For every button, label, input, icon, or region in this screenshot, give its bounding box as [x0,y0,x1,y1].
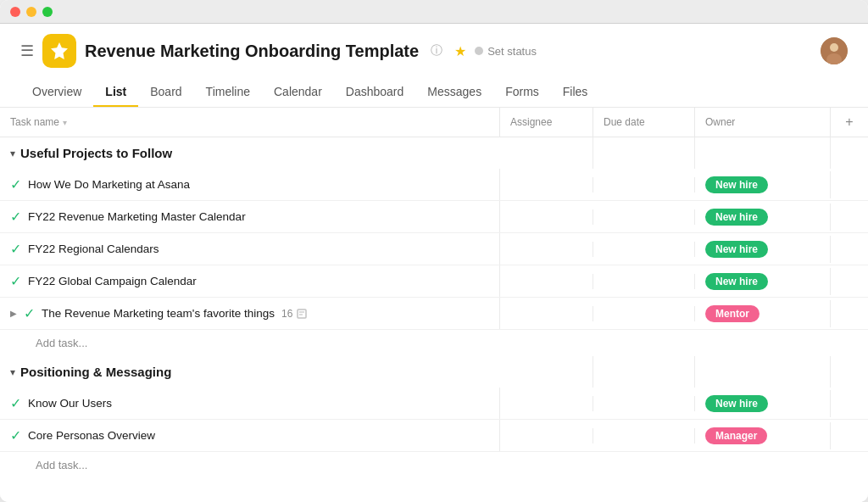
assignee-cell [500,209,593,225]
owner-cell: New hire [695,390,831,417]
empty-cell [593,356,695,388]
status-dot [475,47,483,55]
app-icon [42,34,76,68]
col-header-duedate: Due date [593,108,695,137]
add-task-button-1[interactable]: Add task... [0,330,868,356]
nav-tabs: Overview List Board Timeline Calendar Da… [20,78,848,107]
check-icon[interactable]: ✓ [10,395,21,411]
add-column-button[interactable]: + [831,108,868,137]
app-window: ☰ Revenue Marketing Onboarding Template … [0,0,868,502]
table-row: ▶ ✓ The Revenue Marketing team's favorit… [0,298,868,330]
project-title: Revenue Marketing Onboarding Template [85,42,419,61]
owner-tag: Manager [705,427,767,444]
titlebar [0,0,868,24]
owner-cell: New hire [695,204,831,231]
tab-files[interactable]: Files [551,78,600,107]
minimize-dot[interactable] [26,7,36,17]
svg-point-1 [830,43,838,52]
maximize-dot[interactable] [42,7,53,17]
check-icon[interactable]: ✓ [10,241,21,257]
favorite-star-icon[interactable]: ★ [454,43,466,59]
col-header-task: Task name ▾ [0,108,500,137]
section-chevron-2: ▾ [10,366,15,378]
assignee-cell [500,428,593,443]
task-name-cell: ▶ ✓ The Revenue Marketing team's favorit… [0,298,500,329]
check-icon[interactable]: ✓ [10,176,21,192]
tab-dashboard[interactable]: Dashboard [334,78,416,107]
set-status-button[interactable]: Set status [475,45,537,58]
expand-subtasks-arrow[interactable]: ▶ [10,309,17,318]
empty-cell [695,356,831,388]
owner-cell: New hire [695,268,831,295]
table-row: ✓ How We Do Marketing at Asana New hire [0,169,868,201]
empty-cell [831,137,868,169]
avatar-image [821,37,848,64]
owner-cell: New hire [695,171,831,198]
task-name: FY22 Global Campaign Calendar [28,275,197,287]
owner-tag: New hire [705,209,768,226]
avatar [821,37,848,64]
tab-calendar[interactable]: Calendar [262,78,334,107]
empty-cell [500,137,593,169]
section-title-2: Positioning & Messaging [20,365,171,379]
col-header-owner: Owner [695,108,831,137]
check-icon[interactable]: ✓ [10,209,21,225]
check-icon[interactable]: ✓ [10,273,21,289]
check-icon[interactable]: ✓ [10,427,21,443]
section-title-cell-1[interactable]: ▾ Useful Projects to Follow [0,137,500,169]
task-name-cell: ✓ How We Do Marketing at Asana [0,169,500,200]
task-name: FY22 Revenue Marketing Master Calendar [28,210,246,223]
col-duedate-label: Due date [604,116,645,128]
section-header-1: ▾ Useful Projects to Follow [0,137,868,169]
task-name: Core Personas Overview [28,429,155,442]
tab-overview[interactable]: Overview [20,78,93,107]
task-name-cell: ✓ FY22 Revenue Marketing Master Calendar [0,201,500,232]
subtask-icon [296,308,308,320]
section-title-cell-2[interactable]: ▾ Positioning & Messaging [0,356,500,388]
subtask-count: 16 [281,308,308,320]
svg-rect-3 [298,310,306,318]
duedate-cell [593,209,695,225]
owner-tag: Mentor [705,305,760,322]
tab-forms[interactable]: Forms [493,78,551,107]
owner-cell: Mentor [695,300,831,327]
section-header-2: ▾ Positioning & Messaging [0,356,868,388]
owner-tag: New hire [705,241,768,258]
tab-list[interactable]: List [93,78,138,107]
duedate-cell [593,274,695,289]
owner-cell: New hire [695,236,831,263]
tab-timeline[interactable]: Timeline [194,78,262,107]
duedate-cell [593,242,695,257]
close-dot[interactable] [10,7,20,17]
hamburger-icon[interactable]: ☰ [20,42,34,60]
star-icon [49,41,70,61]
owner-tag: New hire [705,273,768,290]
info-icon[interactable]: ⓘ [431,43,442,59]
duedate-cell [593,428,695,443]
table-row: ✓ FY22 Global Campaign Calendar New hire [0,265,868,298]
task-name-cell: ✓ Core Personas Overview [0,420,500,451]
header-top: ☰ Revenue Marketing Onboarding Template … [20,34,848,68]
main-content: Task name ▾ Assignee Due date Owner + [0,108,868,502]
table-header: Task name ▾ Assignee Due date Owner + [0,108,868,137]
table-row: ✓ Core Personas Overview Manager [0,420,868,452]
check-icon[interactable]: ✓ [24,305,35,321]
tab-messages[interactable]: Messages [415,78,493,107]
header: ☰ Revenue Marketing Onboarding Template … [0,24,868,108]
empty-cell [593,137,695,169]
table-row: ✓ FY22 Regional Calendars New hire [0,233,868,265]
col-task-label: Task name [10,116,59,128]
assignee-cell [500,306,593,321]
task-name-cell: ✓ FY22 Global Campaign Calendar [0,265,500,297]
task-name: Know Our Users [28,397,112,410]
col-assignee-label: Assignee [510,116,552,128]
sort-icon[interactable]: ▾ [63,118,67,127]
owner-tag: New hire [705,176,768,193]
duedate-cell [593,396,695,411]
empty-cell [695,137,831,169]
task-name-cell: ✓ FY22 Regional Calendars [0,233,500,265]
tab-board[interactable]: Board [138,78,193,107]
assignee-cell [500,177,593,192]
add-task-button-2[interactable]: Add task... [0,452,868,478]
table-row: ✓ Know Our Users New hire [0,388,868,420]
